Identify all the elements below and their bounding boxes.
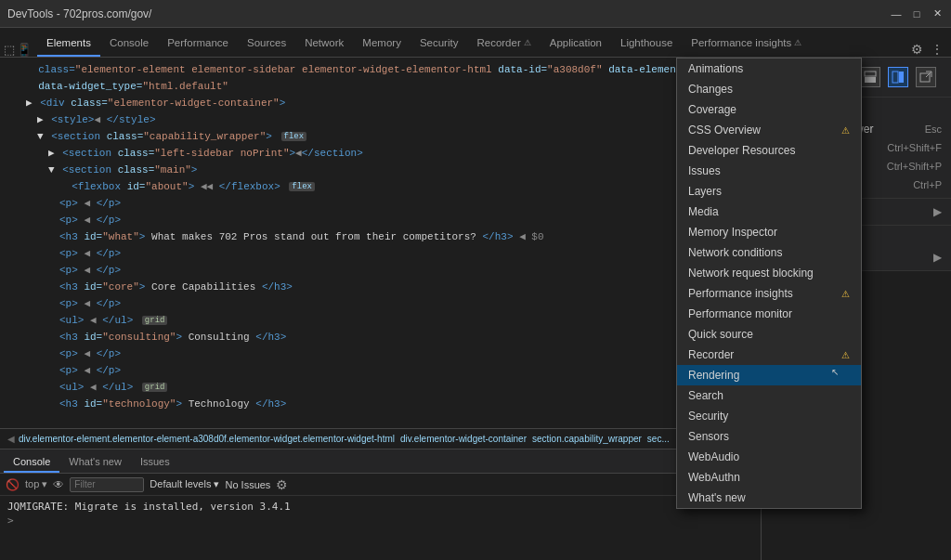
mt-network-conditions[interactable]: Network conditions bbox=[677, 242, 861, 263]
mt-animations[interactable]: Animations bbox=[677, 59, 861, 79]
arrow-6: ▶ bbox=[48, 148, 55, 159]
mt-memory-inspector[interactable]: Memory Inspector bbox=[677, 222, 861, 242]
more-tools-dropdown: Animations Changes Coverage CSS Overview… bbox=[676, 58, 862, 509]
arrow-4: ▶ bbox=[37, 114, 44, 125]
mt-recorder[interactable]: Recorder ⚠ bbox=[677, 345, 861, 365]
tab-security[interactable]: Security bbox=[410, 31, 468, 57]
console-prompt-symbol: > bbox=[7, 514, 14, 527]
arrow-7: ▼ bbox=[48, 164, 55, 176]
console-top-select[interactable]: top ▾ bbox=[25, 478, 47, 490]
html-line-18[interactable]: <p> ◀ </p> bbox=[0, 345, 761, 362]
tab-elements-label: Elements bbox=[46, 37, 91, 48]
html-line-9[interactable]: <p> ◀ </p> bbox=[0, 195, 761, 212]
mt-media[interactable]: Media bbox=[677, 202, 861, 222]
dock-btn-right[interactable] bbox=[888, 67, 908, 87]
tab-console-label: Console bbox=[110, 37, 149, 48]
arrow-3: ▶ bbox=[26, 98, 33, 109]
tab-console[interactable]: Console bbox=[100, 31, 158, 57]
mt-sensors[interactable]: Sensors bbox=[677, 426, 861, 447]
console-tab-issues[interactable]: Issues bbox=[131, 452, 179, 473]
mt-coverage[interactable]: Coverage bbox=[677, 99, 861, 120]
console-tab-console[interactable]: Console bbox=[4, 452, 59, 473]
html-line-21[interactable]: <h3 id="technology"> Technology </h3> bbox=[0, 396, 761, 412]
mt-performance-insights[interactable]: Performance insights ⚠ bbox=[677, 283, 861, 304]
device-icon[interactable]: 📱 bbox=[17, 43, 32, 57]
tab-memory[interactable]: Memory bbox=[353, 31, 410, 57]
html-line-4[interactable]: ▶ <style>◀ </style> bbox=[0, 111, 761, 128]
rsp-run-command-shortcut: Ctrl+Shift+P bbox=[887, 161, 942, 172]
mt-webauthn[interactable]: WebAuthn bbox=[677, 467, 861, 488]
breadcrumb-item-2[interactable]: div.elementor-widget-container bbox=[400, 434, 527, 444]
html-line-20[interactable]: <ul> ◀ </ul> grid bbox=[0, 379, 761, 396]
mt-issues[interactable]: Issues bbox=[677, 161, 861, 181]
html-line-19[interactable]: <p> ◀ </p> bbox=[0, 362, 761, 379]
mt-webaudio[interactable]: WebAudio bbox=[677, 447, 861, 467]
tab-recorder[interactable]: Recorder ⚠ bbox=[467, 31, 540, 57]
mt-quick-source[interactable]: Quick source bbox=[677, 324, 861, 345]
tab-elements[interactable]: Elements bbox=[37, 31, 100, 57]
mt-layers[interactable]: Layers bbox=[677, 181, 861, 202]
mt-security[interactable]: Security bbox=[677, 406, 861, 426]
minimize-button[interactable]: — bbox=[890, 7, 903, 20]
html-line-1[interactable]: class="elementor-element elementor-sideb… bbox=[0, 61, 761, 78]
console-settings-icon[interactable]: ⚙ bbox=[276, 477, 288, 492]
console-filter-input[interactable] bbox=[70, 477, 144, 492]
html-line-14[interactable]: <h3 id="core"> Core Capabilities </h3> bbox=[0, 279, 761, 295]
tab-lighthouse[interactable]: Lighthouse bbox=[611, 31, 682, 57]
html-line-16[interactable]: <ul> ◀ </ul> grid bbox=[0, 312, 761, 329]
title-text: DevTools - 702pros.com/gov/ bbox=[7, 7, 151, 20]
console-log-text-1: JQMIGRATE: Migrate is installed, version… bbox=[7, 501, 291, 513]
mt-rendering[interactable]: Rendering ↖ bbox=[677, 365, 861, 385]
mt-css-overview[interactable]: CSS Overview ⚠ bbox=[677, 120, 861, 140]
tab-network[interactable]: Network bbox=[295, 31, 353, 57]
tab-recorder-label: Recorder bbox=[476, 37, 520, 48]
console-input-area[interactable] bbox=[20, 514, 26, 527]
html-line-12[interactable]: <p> ◀ </p> bbox=[0, 245, 761, 262]
html-line-15[interactable]: <p> ◀ </p> bbox=[0, 295, 761, 312]
console-tab-whatsnew[interactable]: What's new bbox=[59, 452, 131, 473]
html-line-10[interactable]: <p> ◀ </p> bbox=[0, 212, 761, 228]
close-button[interactable]: ✕ bbox=[931, 7, 944, 20]
html-line-7[interactable]: ▼ <section class="main"> bbox=[0, 162, 761, 178]
tab-security-label: Security bbox=[420, 37, 459, 48]
console-eye-icon[interactable]: 👁 bbox=[53, 478, 64, 491]
tab-performance-insights[interactable]: Performance insights ⚠ bbox=[682, 31, 811, 57]
breadcrumb-item-4[interactable]: sec... bbox=[647, 434, 670, 444]
settings-gear-icon[interactable]: ⚙ bbox=[911, 42, 923, 57]
breadcrumb-nav-left[interactable]: ◀ bbox=[7, 434, 15, 444]
mt-search[interactable]: Search bbox=[677, 385, 861, 406]
mt-performance-insights-label: Performance insights bbox=[688, 287, 793, 300]
console-levels-select[interactable]: Default levels ▾ bbox=[150, 478, 219, 490]
inspect-icon[interactable]: ⬚ bbox=[4, 43, 15, 57]
tab-performance-insights-label: Performance insights bbox=[691, 37, 791, 48]
mt-changes-label: Changes bbox=[688, 83, 733, 96]
dock-btn-bottom[interactable] bbox=[860, 67, 880, 87]
breadcrumb-item-1[interactable]: div.elementor-element.elementor-element-… bbox=[19, 434, 395, 444]
html-line-3[interactable]: ▶ <div class="elementor-widget-container… bbox=[0, 95, 761, 111]
mt-webaudio-label: WebAudio bbox=[688, 450, 739, 463]
mt-rendering-label: Rendering bbox=[688, 369, 739, 382]
html-line-11[interactable]: <h3 id="what"> What makes 702 Pros stand… bbox=[0, 228, 761, 245]
html-line-13[interactable]: <p> ◀ </p> bbox=[0, 262, 761, 279]
html-line-8[interactable]: <flexbox id="about"> ◀◀ </flexbox> flex bbox=[0, 178, 761, 195]
html-line-6[interactable]: ▶ <section class="left-sidebar noPrint">… bbox=[0, 145, 761, 162]
html-line-17[interactable]: <h3 id="consulting"> Consulting </h3> bbox=[0, 329, 761, 345]
dock-btn-separate[interactable] bbox=[916, 67, 936, 87]
console-clear-button[interactable]: 🚫 bbox=[6, 478, 20, 491]
html-line-2[interactable]: data-widget_type="html.default" bbox=[0, 78, 761, 95]
console-prompt-line[interactable]: > bbox=[7, 514, 753, 527]
breadcrumb-item-3[interactable]: section.capability_wrapper bbox=[532, 434, 642, 444]
mt-whats-new[interactable]: What's new bbox=[677, 488, 861, 508]
mt-performance-monitor[interactable]: Performance monitor bbox=[677, 304, 861, 324]
mt-network-request-blocking[interactable]: Network request blocking bbox=[677, 263, 861, 283]
tab-performance[interactable]: Performance bbox=[158, 31, 238, 57]
mt-css-overview-label: CSS Overview bbox=[688, 124, 761, 137]
mt-dev-resources[interactable]: Developer Resources bbox=[677, 140, 861, 161]
more-options-icon[interactable]: ⋮ bbox=[931, 42, 944, 57]
mt-security-label: Security bbox=[688, 410, 728, 423]
html-line-5[interactable]: ▼ <section class="capability_wrapper"> f… bbox=[0, 128, 761, 145]
tab-application[interactable]: Application bbox=[541, 31, 611, 57]
mt-changes[interactable]: Changes bbox=[677, 79, 861, 99]
maximize-button[interactable]: □ bbox=[910, 7, 923, 20]
tab-sources[interactable]: Sources bbox=[238, 31, 295, 57]
